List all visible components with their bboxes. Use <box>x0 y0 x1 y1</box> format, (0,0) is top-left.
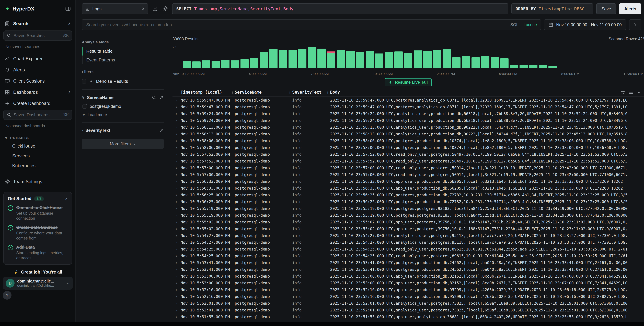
histogram-bar[interactable] <box>539 47 547 68</box>
presets-group-header[interactable]: ∨ PRESETS <box>0 132 76 141</box>
table-row[interactable]: ›Nov 10 5:55:02.000 PMpostgresql-demoinf… <box>172 219 644 225</box>
table-row[interactable]: ›Nov 10 5:56:33.000 PMpostgresql-demoinf… <box>172 178 644 185</box>
row-expand-icon[interactable]: › <box>172 151 180 158</box>
histogram-bar[interactable] <box>558 47 566 68</box>
histogram-bar[interactable] <box>500 47 508 68</box>
sidebar-collapse-icon[interactable] <box>65 6 71 12</box>
saved-dashboards-input[interactable]: Saved Dashboards ⌘K <box>4 110 72 120</box>
row-expand-icon[interactable]: › <box>172 192 180 198</box>
help-button[interactable]: ? <box>3 291 12 299</box>
row-expand-icon[interactable]: › <box>172 307 180 313</box>
histogram-bar[interactable] <box>279 47 287 68</box>
histogram-bar[interactable] <box>308 47 316 68</box>
download-icon[interactable] <box>636 90 641 95</box>
row-expand-icon[interactable]: › <box>172 266 180 273</box>
table-row[interactable]: ›Nov 10 5:58:13.000 PMpostgresql-demoinf… <box>172 131 644 137</box>
get-started-step[interactable]: ✓ Add Data Start sending logs, metrics, … <box>8 245 68 261</box>
histogram-bar[interactable] <box>414 47 422 68</box>
saved-searches-input[interactable]: Saved Searches ⌘K <box>4 31 72 41</box>
histogram-bar[interactable] <box>212 47 220 68</box>
column-resize-handle[interactable]: ⋮ <box>288 90 292 95</box>
histogram-bar[interactable] <box>520 47 528 68</box>
histogram-bar[interactable] <box>491 47 499 68</box>
row-expand-icon[interactable]: › <box>172 246 180 252</box>
table-row[interactable]: ›Nov 10 5:54:25.000 PMpostgresql-demoinf… <box>172 252 644 259</box>
sql-mode-option[interactable]: SQL <box>510 22 518 27</box>
chevron-up-icon[interactable]: ∧ <box>65 197 68 201</box>
load-more-button[interactable]: ∨ Load more <box>82 111 164 119</box>
histogram-bar[interactable] <box>298 47 306 68</box>
histogram-bar[interactable] <box>472 47 480 68</box>
table-row[interactable]: ›Nov 10 5:59:24.000 PMpostgresql-demoinf… <box>172 117 644 124</box>
row-expand-icon[interactable]: › <box>172 158 180 165</box>
histogram-bar[interactable] <box>548 47 557 68</box>
table-row[interactable]: ›Nov 10 5:57:52.000 PMpostgresql-demoinf… <box>172 158 644 165</box>
search-icon[interactable] <box>152 95 156 100</box>
histogram-bar[interactable] <box>337 47 345 68</box>
order-by-input[interactable]: ORDER BY TimestampTime DESC <box>512 4 593 14</box>
histogram-bar[interactable] <box>606 47 614 68</box>
histogram-bar[interactable] <box>250 47 258 68</box>
row-expand-icon[interactable]: › <box>172 273 180 280</box>
histogram-bar[interactable] <box>356 47 364 68</box>
row-expand-icon[interactable]: › <box>172 110 180 117</box>
table-row[interactable]: ›Nov 10 5:53:41.000 PMpostgresql-demoinf… <box>172 266 644 273</box>
select-columns-input[interactable]: SELECT Timestamp,ServiceName,SeverityTex… <box>172 4 508 14</box>
get-started-step[interactable]: ✓ Create Data Sources Configure where yo… <box>8 225 68 241</box>
histogram-bar[interactable] <box>616 47 624 68</box>
histogram-bar[interactable] <box>385 47 393 68</box>
row-expand-icon[interactable]: › <box>172 280 180 286</box>
create-dashboard-button[interactable]: Create Dashboard <box>0 98 76 109</box>
pin-icon[interactable] <box>159 95 164 100</box>
table-row[interactable]: ›Nov 10 5:57:00.000 PMpostgresql-demoinf… <box>172 171 644 178</box>
source-settings-button[interactable] <box>162 5 169 13</box>
table-row[interactable]: ›Nov 10 5:53:00.000 PMpostgresql-demoinf… <box>172 273 644 280</box>
get-started-step[interactable]: ✓ Connect to ClickHouse Set up your data… <box>8 205 68 221</box>
histogram-bar[interactable] <box>240 47 249 68</box>
row-expand-icon[interactable]: › <box>172 300 180 307</box>
search-input[interactable] <box>82 19 541 30</box>
sidebar-item-clickhouse[interactable]: ClickHouse <box>0 141 76 151</box>
histogram-bar[interactable] <box>597 47 605 68</box>
facet-servicename-header[interactable]: ∨ ServiceName <box>82 93 164 102</box>
checkbox[interactable] <box>82 79 86 84</box>
row-expand-icon[interactable]: › <box>172 198 180 205</box>
table-row[interactable]: ›Nov 10 5:59:47.000 PMpostgresql-demoinf… <box>172 97 644 104</box>
checkbox[interactable] <box>82 104 87 109</box>
column-header-servicename[interactable]: ServiceName <box>235 90 288 95</box>
histogram-bar[interactable] <box>231 47 239 68</box>
histogram-bar[interactable] <box>375 47 384 68</box>
histogram-bar[interactable] <box>442 47 451 68</box>
row-expand-icon[interactable]: › <box>172 137 180 144</box>
table-row[interactable]: ›Nov 10 5:52:01.000 PMpostgresql-demoinf… <box>172 300 644 307</box>
row-expand-icon[interactable]: › <box>172 171 180 178</box>
table-row[interactable]: ›Nov 10 5:52:01.000 PMpostgresql-demoinf… <box>172 307 644 313</box>
resume-live-tail-button[interactable]: Resume Live Tail <box>385 78 432 86</box>
source-select[interactable]: Logs <box>82 4 148 14</box>
row-expand-icon[interactable]: › <box>172 131 180 137</box>
histogram-bar[interactable] <box>626 47 634 68</box>
table-row[interactable]: ›Nov 10 5:58:06.000 PMpostgresql-demoinf… <box>172 144 644 151</box>
row-expand-icon[interactable]: › <box>172 239 180 246</box>
date-range-picker[interactable]: Nov 10 00:00:00 - Nov 11 00:00:00 <box>544 19 626 30</box>
row-expand-icon[interactable]: › <box>172 185 180 192</box>
histogram-bar[interactable] <box>433 47 441 68</box>
chevron-up-icon[interactable]: ∧ <box>68 90 71 94</box>
row-expand-icon[interactable]: › <box>172 178 180 185</box>
row-expand-icon[interactable]: › <box>172 205 180 212</box>
column-header-timestamp[interactable]: Timestamp (Local) <box>180 90 230 95</box>
table-row[interactable]: ›Nov 10 5:54:25.000 PMpostgresql-demoinf… <box>172 246 644 252</box>
row-expand-icon[interactable]: › <box>172 293 180 300</box>
save-button[interactable]: Save <box>596 4 616 14</box>
lucene-mode-option[interactable]: Lucene <box>524 22 537 27</box>
histogram-bar[interactable] <box>577 47 586 68</box>
alerts-button[interactable]: Alerts <box>619 4 641 14</box>
histogram-bar[interactable] <box>635 47 643 68</box>
table-row[interactable]: ›Nov 10 5:53:00.000 PMpostgresql-demoinf… <box>172 280 644 286</box>
histogram-bar[interactable] <box>202 47 210 68</box>
histogram-bar[interactable] <box>183 47 191 68</box>
table-row[interactable]: ›Nov 10 5:56:33.000 PMpostgresql-demoinf… <box>172 185 644 192</box>
table-row[interactable]: ›Nov 10 5:55:19.000 PMpostgresql-demoinf… <box>172 212 644 219</box>
row-expand-icon[interactable]: › <box>172 259 180 266</box>
table-row[interactable]: ›Nov 10 5:54:27.000 PMpostgresql-demoinf… <box>172 232 644 239</box>
